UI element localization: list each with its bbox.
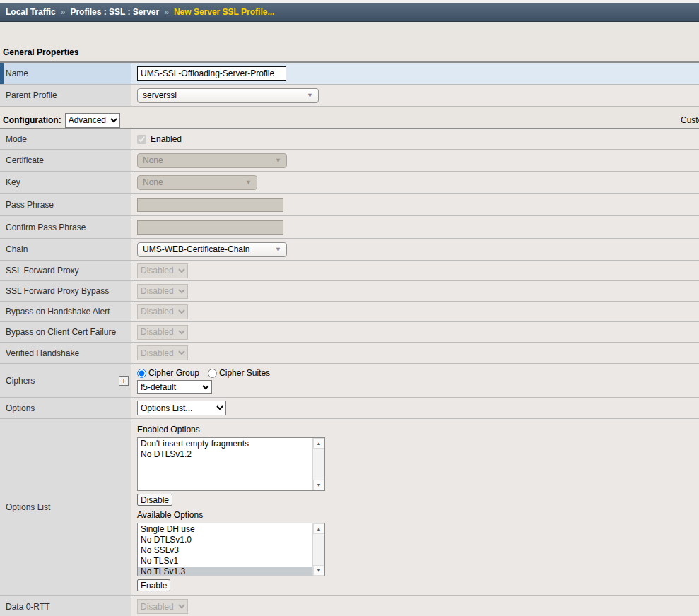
disable-button[interactable]: Disable — [137, 494, 172, 506]
list-item[interactable]: No DTLSv1.2 — [138, 449, 312, 460]
row-options: Options Options List... — [0, 398, 699, 419]
list-item[interactable]: Single DH use — [138, 524, 312, 535]
breadcrumb-local-traffic-link[interactable]: Local Traffic — [6, 7, 56, 17]
enabled-options-scrollbar[interactable]: ▲ ▼ — [312, 438, 324, 490]
mode-enabled-checkbox — [137, 135, 146, 144]
parent-profile-selected-value: serverssl — [143, 90, 177, 100]
pass-phrase-input — [137, 198, 283, 212]
configuration-bar: Configuration: Advanced Custom — [0, 112, 699, 128]
ciphers-label-cell: Ciphers + — [0, 364, 131, 397]
chevron-down-icon: ▼ — [275, 157, 281, 164]
row-options-list: Options List Enabled Options Don't inser… — [0, 419, 699, 596]
key-value-cell: None ▼ — [131, 172, 699, 193]
ssl-forward-proxy-label: SSL Forward Proxy — [6, 266, 79, 276]
row-chain: Chain UMS-WEB-Certificate-Chain ▼ — [0, 239, 699, 261]
options-value-cell: Options List... — [131, 398, 699, 418]
available-options-title: Available Options — [137, 510, 203, 520]
chevron-down-icon: ▼ — [307, 92, 313, 99]
mode-label-cell: Mode — [0, 129, 131, 149]
configuration-level-select[interactable]: Advanced — [65, 113, 120, 128]
enabled-options-listbox[interactable]: Don't insert empty fragments No DTLSv1.2… — [137, 437, 325, 491]
parent-profile-value-cell: serverssl ▼ — [131, 85, 699, 106]
options-mode-select[interactable]: Options List... — [137, 401, 226, 415]
ssl-forward-proxy-value-cell: Disabled — [131, 261, 699, 280]
list-item[interactable]: No SSLv3 — [138, 545, 312, 556]
row-confirm-pass-phrase: Confirm Pass Phrase — [0, 216, 699, 239]
certificate-label: Certificate — [6, 155, 44, 165]
options-list-label: Options List — [6, 502, 50, 512]
ssl-forward-proxy-bypass-label: SSL Forward Proxy Bypass — [6, 286, 109, 296]
scroll-up-icon[interactable]: ▲ — [313, 438, 324, 449]
verified-handshake-select: Disabled — [137, 345, 188, 360]
mode-enabled-checkbox-label: Enabled — [151, 134, 182, 144]
breadcrumb-profiles-ssl-server-link[interactable]: Profiles : SSL : Server — [70, 7, 159, 17]
row-ssl-forward-proxy-bypass: SSL Forward Proxy Bypass Disabled — [0, 281, 699, 302]
list-item[interactable]: No DTLSv1.0 — [138, 535, 312, 545]
chain-label: Chain — [6, 244, 28, 254]
chain-select[interactable]: UMS-WEB-Certificate-Chain ▼ — [137, 242, 287, 257]
row-certificate: Certificate None ▼ — [0, 150, 699, 172]
ssl-forward-proxy-bypass-value-cell: Disabled — [131, 281, 699, 301]
name-input[interactable] — [137, 66, 286, 81]
row-key: Key None ▼ — [0, 172, 699, 194]
scroll-down-icon[interactable]: ▼ — [313, 480, 324, 490]
available-options-listbox[interactable]: Single DH use No DTLSv1.0 No SSLv3 No TL… — [137, 523, 325, 576]
certificate-select: None ▼ — [137, 153, 287, 168]
options-label: Options — [6, 403, 35, 413]
configuration-table: Mode Enabled Certificate None ▼ Key None… — [0, 128, 699, 616]
scroll-down-icon[interactable]: ▼ — [313, 565, 324, 576]
data-0rtt-label: Data 0-RTT — [6, 602, 49, 612]
ssl-forward-proxy-bypass-label-cell: SSL Forward Proxy Bypass — [0, 281, 131, 301]
key-selected-value: None — [143, 177, 163, 187]
enabled-options-items: Don't insert empty fragments No DTLSv1.2 — [138, 438, 312, 490]
row-parent-profile: Parent Profile serverssl ▼ — [0, 85, 699, 107]
available-options-scrollbar[interactable]: ▲ ▼ — [312, 523, 324, 576]
row-verified-handshake: Verified Handshake Disabled — [0, 343, 699, 364]
configuration-label: Configuration: — [3, 115, 61, 125]
bypass-on-handshake-alert-value-cell: Disabled — [131, 302, 699, 321]
confirm-pass-phrase-value-cell — [131, 216, 699, 238]
parent-profile-select[interactable]: serverssl ▼ — [137, 88, 319, 103]
ciphers-radio-group: Cipher Group Cipher Suites — [137, 368, 276, 378]
ssl-forward-proxy-select: Disabled — [137, 263, 188, 278]
key-select: None ▼ — [137, 175, 257, 190]
list-item-selected[interactable]: No TLSv1.3 — [138, 567, 312, 576]
scroll-up-icon[interactable]: ▲ — [313, 523, 324, 534]
row-mode: Mode Enabled — [0, 129, 699, 150]
enabled-options-title: Enabled Options — [137, 425, 200, 434]
verified-handshake-label-cell: Verified Handshake — [0, 343, 131, 363]
ciphers-expand-button[interactable]: + — [119, 376, 129, 386]
list-item[interactable]: No TLSv1 — [138, 556, 312, 567]
data-0rtt-select: Disabled — [137, 599, 188, 614]
row-ssl-forward-proxy: SSL Forward Proxy Disabled — [0, 261, 699, 281]
cipher-suites-radio[interactable] — [208, 369, 217, 378]
certificate-selected-value: None — [143, 155, 163, 165]
row-data-0rtt: Data 0-RTT Disabled — [0, 596, 699, 616]
row-ciphers: Ciphers + Cipher Group Cipher Suites f5-… — [0, 364, 699, 398]
mode-label: Mode — [6, 134, 27, 144]
cipher-group-radio-option[interactable]: Cipher Group — [137, 368, 199, 378]
chain-selected-value: UMS-WEB-Certificate-Chain — [143, 244, 249, 254]
ciphers-label: Ciphers — [6, 376, 35, 386]
verified-handshake-value-cell: Disabled — [131, 343, 699, 363]
cipher-suites-radio-option[interactable]: Cipher Suites — [208, 368, 270, 378]
breadcrumb: Local Traffic » Profiles : SSL : Server … — [0, 3, 699, 22]
name-label: Name — [6, 69, 28, 78]
ssl-forward-proxy-bypass-select: Disabled — [137, 284, 188, 299]
list-item[interactable]: Don't insert empty fragments — [138, 439, 312, 449]
cipher-group-radio[interactable] — [137, 369, 146, 378]
cipher-group-select[interactable]: f5-default — [137, 380, 212, 394]
breadcrumb-separator: » — [164, 7, 169, 17]
ssl-forward-proxy-label-cell: SSL Forward Proxy — [0, 261, 131, 280]
breadcrumb-current-page: New Server SSL Profile... — [174, 7, 275, 17]
data-0rtt-label-cell: Data 0-RTT — [0, 596, 131, 616]
data-0rtt-value-cell: Disabled — [131, 596, 699, 616]
enable-button[interactable]: Enable — [137, 579, 170, 591]
certificate-label-cell: Certificate — [0, 150, 131, 171]
key-label-cell: Key — [0, 172, 131, 193]
parent-profile-label: Parent Profile — [6, 90, 57, 100]
available-options-items: Single DH use No DTLSv1.0 No SSLv3 No TL… — [138, 523, 312, 576]
bypass-on-handshake-alert-label-cell: Bypass on Handshake Alert — [0, 302, 131, 321]
chain-value-cell: UMS-WEB-Certificate-Chain ▼ — [131, 239, 699, 260]
row-name: Name — [0, 63, 699, 85]
